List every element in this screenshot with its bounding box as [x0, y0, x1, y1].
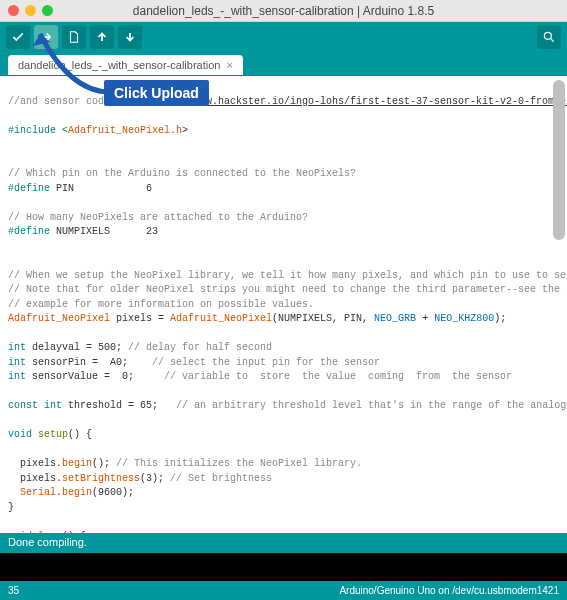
toolbar — [0, 22, 567, 52]
arrow-right-icon — [39, 30, 53, 44]
board-info: Arduino/Genuino Uno on /dev/cu.usbmodem1… — [339, 585, 559, 596]
code-ident: PIN — [56, 183, 74, 194]
code-link: https://www.hackster.io/ingo-lohs/first-… — [146, 96, 567, 107]
code-editor[interactable]: //and sensor code from https://www.hacks… — [0, 76, 567, 533]
code-keyword: #include < — [8, 125, 68, 136]
file-icon — [67, 30, 81, 44]
code-func: loop — [38, 531, 62, 534]
callout: Click Upload — [104, 80, 209, 106]
code-text: (NUMPIXELS, PIN, — [272, 313, 374, 324]
status-text: Done compiling. — [8, 536, 87, 548]
code-keyword: void — [8, 429, 32, 440]
upload-button[interactable] — [34, 25, 58, 49]
open-button[interactable] — [90, 25, 114, 49]
tab-bar: dandelion_leds_-_with_sensor-calibration… — [0, 52, 567, 76]
code-text: > — [182, 125, 188, 136]
code-comment: // When we setup the NeoPixel library, w… — [8, 270, 567, 281]
line-number: 35 — [8, 585, 19, 596]
code-text: (9600); — [92, 487, 134, 498]
window-title: dandelion_leds_-_with_sensor-calibration… — [0, 4, 567, 18]
arrow-down-icon — [123, 30, 137, 44]
search-icon — [542, 30, 556, 44]
console[interactable] — [0, 553, 567, 581]
code-text: 23 — [110, 226, 158, 237]
code-text — [8, 487, 20, 498]
verify-button[interactable] — [6, 25, 30, 49]
code-text: delayval = 500; — [26, 342, 128, 353]
code-text: (3); — [140, 473, 170, 484]
code-text: threshold = 65; — [62, 400, 176, 411]
code-const: NEO_KHZ800 — [434, 313, 494, 324]
code-keyword: #define — [8, 226, 56, 237]
tab-label: dandelion_leds_-_with_sensor-calibration — [18, 59, 220, 71]
code-method: begin — [62, 487, 92, 498]
svg-point-0 — [544, 32, 551, 39]
code-type: Adafruit_NeoPixel — [8, 313, 110, 324]
code-text: sensorPin = A0; — [26, 357, 152, 368]
code-keyword: const — [8, 400, 38, 411]
callout-text: Click Upload — [104, 80, 209, 106]
code-text: 6 — [74, 183, 152, 194]
code-text: } — [8, 502, 14, 513]
code-keyword: void — [8, 531, 32, 534]
code-text: () { — [68, 429, 92, 440]
tab-sketch[interactable]: dandelion_leds_-_with_sensor-calibration… — [8, 55, 243, 75]
tab-dropdown-icon[interactable]: × — [226, 59, 232, 71]
code-comment: // This initializes the NeoPixel library… — [116, 458, 362, 469]
code-comment: // example for more information on possi… — [8, 299, 314, 310]
footer: 35 Arduino/Genuino Uno on /dev/cu.usbmod… — [0, 581, 567, 600]
code-comment: // delay for half second — [128, 342, 272, 353]
code-text: pixels. — [8, 473, 62, 484]
code-comment: // Set brightness — [170, 473, 272, 484]
code-const: NEO_GRB — [374, 313, 416, 324]
code-keyword: int — [8, 342, 26, 353]
code-comment: // How many NeoPixels are attached to th… — [8, 212, 308, 223]
scrollbar-thumb[interactable] — [553, 80, 565, 240]
check-icon — [11, 30, 25, 44]
code-text: pixels = — [110, 313, 170, 324]
code-text: + — [416, 313, 434, 324]
code-keyword: #define — [8, 183, 56, 194]
code-comment: // variable to store the value coming fr… — [164, 371, 512, 382]
titlebar[interactable]: dandelion_leds_-_with_sensor-calibration… — [0, 0, 567, 22]
new-button[interactable] — [62, 25, 86, 49]
status-bar: Done compiling. — [0, 533, 567, 553]
code-comment: // Which pin on the Arduino is connected… — [8, 168, 356, 179]
code-text: (); — [92, 458, 116, 469]
code-comment: // an arbitrary threshold level that's i… — [176, 400, 567, 411]
code-text: pixels. — [8, 458, 62, 469]
code-func: setup — [38, 429, 68, 440]
code-type: Adafruit_NeoPixel.h — [68, 125, 182, 136]
code-method: begin — [62, 458, 92, 469]
code-text: () { — [62, 531, 86, 534]
code-comment: // Note that for older NeoPixel strips y… — [8, 284, 567, 295]
code-keyword: int — [44, 400, 62, 411]
code-method: setBrightness — [62, 473, 140, 484]
code-text: ); — [494, 313, 506, 324]
code-ident: NUMPIXELS — [56, 226, 110, 237]
save-button[interactable] — [118, 25, 142, 49]
code-comment: // select the input pin for the sensor — [152, 357, 380, 368]
code-keyword: int — [8, 371, 26, 382]
scrollbar[interactable] — [553, 76, 565, 533]
serial-monitor-button[interactable] — [537, 25, 561, 49]
code-keyword: int — [8, 357, 26, 368]
code-class: Serial — [20, 487, 56, 498]
code-text: sensorValue = 0; — [26, 371, 164, 382]
code-type: Adafruit_NeoPixel — [170, 313, 272, 324]
arrow-up-icon — [95, 30, 109, 44]
